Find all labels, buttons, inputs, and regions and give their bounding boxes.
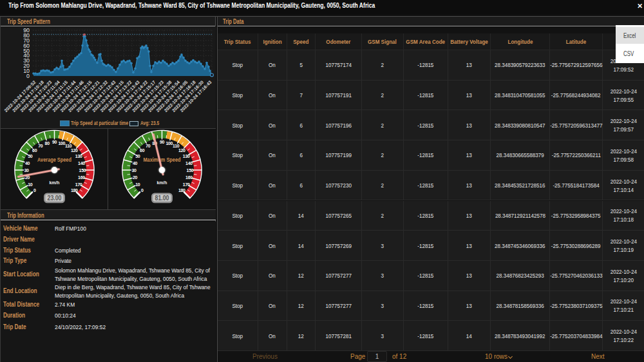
svg-text:150: 150 xyxy=(187,168,194,173)
svg-text:60: 60 xyxy=(32,148,37,153)
svg-text:80: 80 xyxy=(45,141,50,146)
svg-text:180: 180 xyxy=(71,188,78,193)
svg-text:Average Speed: Average Speed xyxy=(37,156,71,163)
svg-text:140: 140 xyxy=(78,161,85,166)
svg-text:23.00: 23.00 xyxy=(48,195,62,202)
svg-text:160: 160 xyxy=(78,175,85,180)
svg-text:km/h: km/h xyxy=(157,180,167,186)
svg-text:100: 100 xyxy=(58,141,65,146)
svg-text:Maximum Speed: Maximum Speed xyxy=(143,156,180,163)
svg-text:150: 150 xyxy=(79,168,86,173)
svg-text:0: 0 xyxy=(141,188,144,193)
svg-text:90: 90 xyxy=(52,140,57,144)
svg-text:40: 40 xyxy=(133,161,138,166)
svg-text:180: 180 xyxy=(178,188,185,193)
svg-text:70: 70 xyxy=(146,144,151,148)
svg-text:50: 50 xyxy=(28,154,33,158)
svg-text:81.00: 81.00 xyxy=(155,195,169,202)
svg-text:10: 10 xyxy=(135,182,140,187)
svg-text:120: 120 xyxy=(71,148,78,153)
svg-text:170: 170 xyxy=(75,182,82,187)
svg-text:0: 0 xyxy=(33,188,36,193)
svg-text:km/h: km/h xyxy=(50,180,60,186)
svg-text:40: 40 xyxy=(25,161,30,166)
svg-text:90: 90 xyxy=(23,27,30,33)
svg-text:30: 30 xyxy=(131,168,137,173)
svg-text:120: 120 xyxy=(178,148,185,153)
svg-text:160: 160 xyxy=(185,175,193,180)
svg-text:170: 170 xyxy=(183,182,190,187)
svg-text:20: 20 xyxy=(133,175,138,180)
svg-text:140: 140 xyxy=(185,161,193,166)
svg-text:30: 30 xyxy=(24,168,29,173)
svg-text:130: 130 xyxy=(75,154,82,158)
svg-text:130: 130 xyxy=(183,154,190,158)
svg-text:60: 60 xyxy=(140,148,145,153)
svg-text:70: 70 xyxy=(38,144,43,148)
svg-text:10: 10 xyxy=(28,182,33,187)
svg-text:100: 100 xyxy=(166,141,173,146)
svg-text:90: 90 xyxy=(160,140,165,144)
svg-text:50: 50 xyxy=(135,154,140,158)
